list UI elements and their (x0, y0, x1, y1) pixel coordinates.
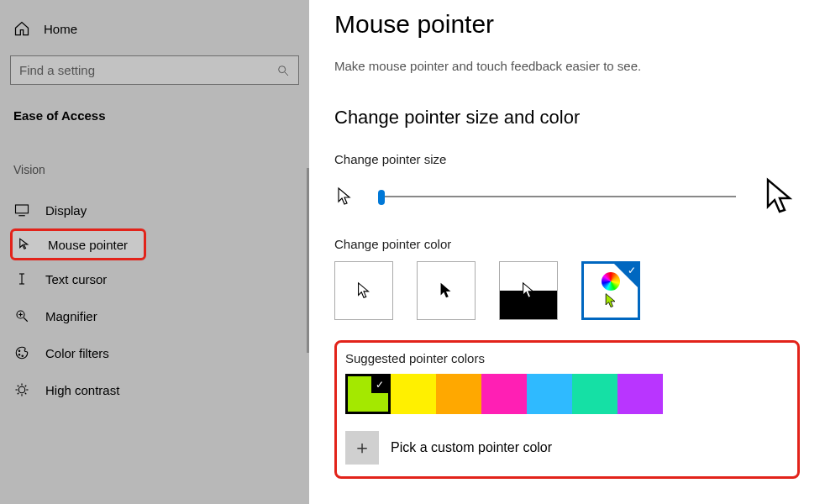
palette-icon (13, 344, 30, 361)
svg-line-20 (25, 393, 27, 395)
check-icon: ✓ (628, 265, 636, 276)
section-title: Change pointer size and color (334, 107, 800, 129)
color-swatch[interactable] (527, 374, 572, 414)
main-content: Mouse pointer Make mouse pointer and tou… (309, 0, 825, 504)
color-swatch[interactable] (391, 374, 436, 414)
svg-line-8 (24, 318, 28, 322)
suggested-label: Suggested pointer colors (345, 351, 789, 365)
custom-color-label: Pick a custom pointer color (391, 440, 552, 455)
pointer-color-options: ✓ (334, 261, 800, 320)
swatches-row: ✓ (345, 374, 789, 414)
search-input[interactable] (19, 63, 276, 77)
color-swatch[interactable]: ✓ (345, 374, 391, 414)
scrollbar[interactable] (307, 168, 309, 353)
text-cursor-icon (13, 270, 30, 287)
check-icon: ✓ (371, 376, 388, 393)
page-title: Mouse pointer (334, 10, 800, 39)
svg-point-13 (22, 355, 24, 357)
color-wheel-icon (602, 272, 620, 291)
svg-line-1 (285, 72, 288, 76)
svg-line-19 (18, 386, 19, 387)
sidebar-item-label: Magnifier (45, 309, 97, 323)
pointer-color-inverted[interactable] (499, 261, 558, 320)
home-nav[interactable]: Home (10, 15, 299, 47)
svg-point-0 (279, 66, 286, 72)
sidebar-item-magnifier[interactable]: Magnifier (10, 297, 299, 334)
cursor-large-icon (759, 176, 800, 217)
color-swatch[interactable] (617, 374, 663, 414)
add-custom-color-button[interactable]: ＋ (345, 431, 379, 465)
svg-line-22 (25, 386, 27, 387)
pointer-size-slider[interactable] (378, 196, 736, 197)
pointer-color-custom[interactable]: ✓ (581, 261, 640, 320)
sidebar-item-display[interactable]: Display (10, 192, 299, 228)
sidebar-item-label: Color filters (45, 346, 109, 360)
contrast-icon (13, 381, 30, 398)
pointer-size-row (334, 176, 800, 217)
color-label: Change pointer color (334, 237, 800, 251)
magnifier-icon (13, 307, 30, 324)
category-title: Ease of Access (10, 105, 299, 126)
color-swatch[interactable] (436, 374, 481, 414)
svg-point-12 (18, 354, 20, 356)
sidebar-item-label: Mouse pointer (48, 238, 128, 252)
search-icon (276, 64, 290, 77)
svg-line-21 (18, 393, 19, 395)
slider-thumb[interactable] (378, 190, 385, 205)
svg-rect-2 (16, 205, 29, 213)
sidebar-item-text-cursor[interactable]: Text cursor (10, 260, 299, 297)
search-box[interactable] (10, 55, 299, 85)
sidebar-item-label: Display (45, 203, 87, 218)
sidebar-item-label: High contrast (45, 383, 119, 397)
display-icon (13, 202, 30, 218)
sidebar-item-high-contrast[interactable]: High contrast (10, 371, 299, 408)
pointer-color-white[interactable] (334, 261, 393, 320)
cursor-small-icon (334, 186, 355, 207)
group-header-vision: Vision (10, 160, 299, 180)
home-label: Home (44, 22, 77, 36)
suggested-colors-section: Suggested pointer colors ✓ ＋ Pick a cust… (334, 340, 800, 479)
size-label: Change pointer size (334, 152, 800, 166)
sidebar-item-color-filters[interactable]: Color filters (10, 334, 299, 371)
sidebar-item-mouse-pointer[interactable]: Mouse pointer (10, 228, 146, 260)
settings-sidebar: Home Ease of Access Vision Display Mouse… (0, 0, 309, 504)
mouse-pointer-icon (16, 236, 33, 253)
color-swatch[interactable] (572, 374, 617, 414)
home-icon (13, 20, 30, 37)
pointer-color-black[interactable] (417, 261, 476, 320)
color-swatch[interactable] (481, 374, 527, 414)
sidebar-item-label: Text cursor (45, 272, 107, 286)
svg-point-11 (18, 350, 20, 352)
svg-point-14 (18, 386, 25, 393)
page-subtitle: Make mouse pointer and touch feedback ea… (334, 59, 800, 73)
custom-color-row[interactable]: ＋ Pick a custom pointer color (345, 431, 789, 465)
